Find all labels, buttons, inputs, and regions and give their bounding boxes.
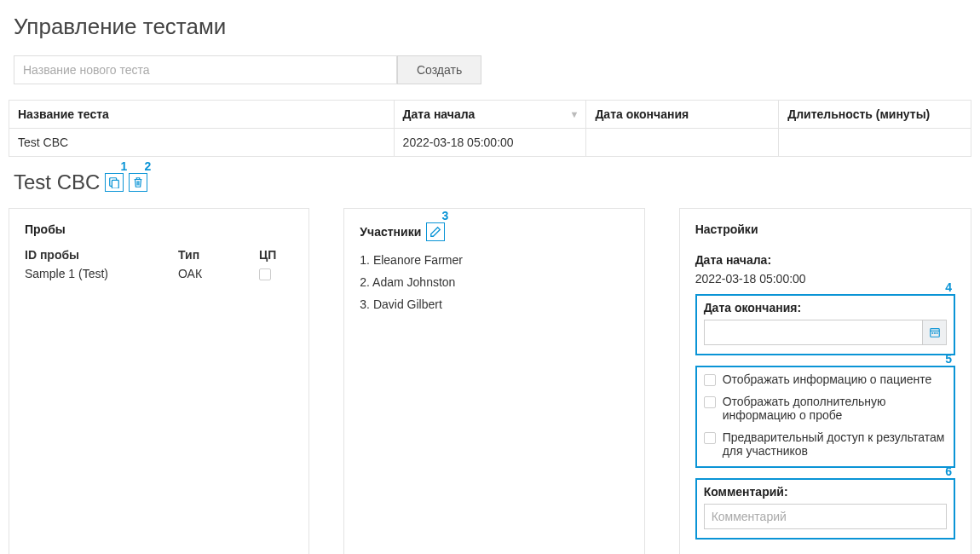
samples-panel: Пробы ID пробы Тип ЦП Sample 1 (Test) ОА… (9, 208, 309, 554)
options-box: 5 Отображать информацию о пациенте Отобр… (695, 366, 955, 468)
sample-id: Sample 1 (Test) (25, 267, 178, 280)
trash-icon[interactable] (129, 173, 147, 192)
samples-th-cp: ЦП (259, 248, 293, 262)
annotation-3: 3 (441, 209, 448, 222)
th-start[interactable]: Дата начала ▼ (394, 101, 586, 129)
sample-cp-checkbox[interactable] (259, 268, 271, 280)
end-date-field (704, 320, 947, 345)
sample-type: ОАК (178, 267, 259, 280)
th-end[interactable]: Дата окончания (586, 101, 779, 129)
edit-icon[interactable] (426, 222, 445, 241)
copy-icon[interactable] (105, 173, 124, 192)
participants-title: Участники 3 (360, 222, 628, 241)
new-test-name-input[interactable] (14, 55, 397, 84)
calendar-icon[interactable] (923, 320, 947, 345)
list-item: 3. David Gilbert (360, 297, 628, 311)
annotation-5: 5 (945, 352, 952, 366)
create-test-form: Создать (14, 55, 971, 84)
page-title: Управление тестами (14, 14, 971, 40)
option-label: Отображать дополнительную информацию о п… (723, 395, 947, 422)
th-name[interactable]: Название теста (9, 101, 395, 129)
settings-title: Настройки (695, 222, 955, 236)
comment-input[interactable] (704, 504, 947, 529)
samples-th-id: ID пробы (25, 248, 178, 262)
cell-duration (779, 129, 971, 157)
participants-panel: Участники 3 1. Eleanore Farmer 2. Adam J… (343, 208, 644, 554)
option-row[interactable]: Отображать дополнительную информацию о п… (704, 395, 947, 422)
list-item: 1. Eleanore Farmer (360, 253, 628, 267)
create-button[interactable]: Создать (397, 55, 481, 84)
option-row[interactable]: Отображать информацию о пациенте (704, 372, 947, 386)
samples-grid: ID пробы Тип ЦП Sample 1 (Test) ОАК (25, 248, 293, 280)
settings-panel: Настройки Дата начала: 2022-03-18 05:00:… (679, 208, 971, 554)
svg-rect-1 (112, 180, 119, 188)
comment-label: Комментарий: (704, 485, 947, 499)
svg-rect-4 (934, 332, 936, 334)
annotation-1: 1 (121, 159, 128, 173)
end-date-input[interactable] (704, 320, 923, 345)
start-date-value: 2022-03-18 05:00:00 (695, 272, 955, 286)
option-row[interactable]: Предварительный доступ к результатам для… (704, 430, 947, 458)
annotation-4: 4 (945, 280, 952, 294)
tests-table: Название теста Дата начала ▼ Дата оконча… (9, 100, 971, 157)
annotation-6: 6 (945, 465, 952, 478)
samples-th-type: Тип (178, 248, 259, 262)
list-item: 2. Adam Johnston (360, 275, 628, 289)
option-checkbox-2[interactable] (704, 432, 716, 444)
end-date-label: Дата окончания: (704, 301, 947, 315)
comment-box: 6 Комментарий: (695, 478, 955, 540)
panels: Пробы ID пробы Тип ЦП Sample 1 (Test) ОА… (9, 208, 971, 554)
table-row[interactable]: Test CBC 2022-03-18 05:00:00 (9, 129, 971, 157)
cell-name: Test CBC (9, 129, 395, 157)
annotation-2: 2 (145, 159, 152, 173)
option-label: Предварительный доступ к результатам для… (723, 430, 947, 458)
end-date-box: 4 Дата окончания: (695, 294, 955, 355)
sort-desc-icon: ▼ (570, 109, 579, 119)
option-checkbox-1[interactable] (704, 396, 716, 408)
cell-start: 2022-03-18 05:00:00 (394, 129, 586, 157)
svg-rect-5 (936, 332, 937, 334)
start-date-label: Дата начала: (695, 253, 955, 267)
th-duration[interactable]: Длительность (минуты) (779, 101, 971, 129)
option-label: Отображать информацию о пациенте (723, 372, 932, 386)
svg-rect-3 (931, 332, 933, 334)
cell-end (586, 129, 779, 157)
option-checkbox-0[interactable] (704, 374, 716, 386)
participants-list: 1. Eleanore Farmer 2. Adam Johnston 3. D… (360, 253, 628, 320)
samples-title: Пробы (25, 222, 293, 236)
selected-test-heading: Test CBC 1 2 (14, 170, 971, 194)
